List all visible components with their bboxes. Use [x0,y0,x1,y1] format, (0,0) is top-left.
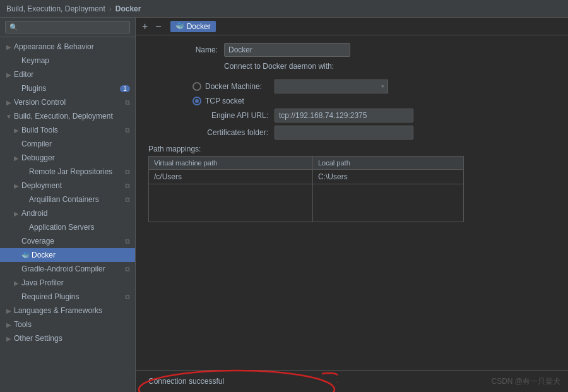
docker-icon: 🐳 [21,252,29,259]
breadcrumb-docker: Docker [115,4,141,13]
copy-icon-required-plugins: ⧉ [125,293,130,301]
sidebar-label-version-control: Version Control [14,98,66,107]
sidebar-item-editor[interactable]: Editor [0,68,135,81]
expand-arrow-android [13,210,20,217]
breadcrumb: Build, Execution, Deployment › Docker [6,4,141,13]
connect-label: Connect to Docker daemon with: [224,62,334,71]
expand-arrow-languages [5,307,13,314]
sidebar-item-java-profiler[interactable]: Java Profiler [0,276,135,290]
sidebar-item-build-exec[interactable]: Build, Execution, Deployment [0,109,135,123]
sidebar: Appearance & Behavior Keymap Editor Plug… [0,18,136,392]
sidebar-item-languages[interactable]: Languages & Frameworks [0,304,135,318]
expand-arrow-version-control [5,98,13,106]
sidebar-item-deployment[interactable]: Deployment ⧉ [0,179,135,193]
engine-api-row: Engine API URL: [148,109,555,122]
sidebar-item-compiler[interactable]: Compiler [0,137,135,151]
copy-icon-coverage: ⧉ [125,237,130,246]
sidebar-item-keymap[interactable]: Keymap [0,54,135,68]
docker-machine-row: Docker Machine: [148,80,555,93]
vm-path-cell: /c/Users [149,170,313,184]
sidebar-label-java-profiler: Java Profiler [21,278,64,287]
connection-oval-wrapper: Connection successful [148,377,224,386]
docker-machine-label: Docker Machine: [205,82,275,91]
mappings-table: Virtual machine path Local path /c/Users… [148,156,464,222]
expand-arrow-build-tools [13,126,20,134]
tcp-socket-row: TCP socket [148,97,555,105]
sidebar-label-appearance: Appearance & Behavior [14,42,94,51]
sidebar-item-other-settings[interactable]: Other Settings [0,331,135,345]
expand-arrow-other-settings [5,335,13,342]
sidebar-item-debugger[interactable]: Debugger [0,151,135,165]
search-box[interactable] [0,18,135,37]
sidebar-label-languages: Languages & Frameworks [14,306,102,315]
sidebar-label-remote-jar: Remote Jar Repositories [29,167,112,176]
sidebar-label-build-tools: Build Tools [21,126,58,134]
connect-label-row: Connect to Docker daemon with: [148,62,555,74]
sidebar-item-plugins[interactable]: Plugins 1 [0,81,135,95]
docker-machine-radio[interactable] [192,82,201,91]
engine-api-input[interactable] [275,109,413,122]
certificates-row: Certificates folder: [148,126,555,140]
breadcrumb-build: Build, Execution, Deployment [6,4,105,13]
expand-arrow-java-profiler [13,279,20,287]
sidebar-item-docker[interactable]: 🐳 Docker [0,248,135,262]
copy-icon-remote-jar: ⧉ [125,168,130,176]
path-mappings-label: Path mappings: [148,145,555,153]
add-button[interactable]: + [141,21,149,32]
copy-icon-version-control: ⧉ [125,98,130,107]
table-row: /c/Users C:\Users [149,170,464,184]
expand-arrow-debugger [13,154,20,162]
tcp-socket-radio[interactable] [192,97,201,105]
remove-button[interactable]: − [154,21,162,32]
copy-icon-deployment: ⧉ [125,182,130,190]
sidebar-label-required-plugins: Required Plugins [21,292,79,301]
docker-machine-select[interactable] [275,80,388,93]
name-label: Name: [148,45,224,54]
expand-arrow-appearance [5,43,13,50]
copy-icon-arquillian: ⧉ [125,196,130,204]
sidebar-label-coverage: Coverage [21,237,54,246]
name-row: Name: [148,43,555,57]
sidebar-label-plugins: Plugins [21,84,46,93]
sidebar-item-android[interactable]: Android [0,206,135,220]
sidebar-label-build-exec: Build, Execution, Deployment [14,112,113,121]
name-input[interactable] [224,43,350,57]
plugins-badge: 1 [120,85,130,92]
table-empty-row [149,184,464,222]
sidebar-item-appearance[interactable]: Appearance & Behavior [0,40,135,54]
docker-list-icon: 🐳 [175,22,184,30]
sidebar-item-remote-jar[interactable]: Remote Jar Repositories ⧉ [0,165,135,179]
sidebar-label-app-servers: Application Servers [29,223,94,232]
sidebar-label-android: Android [21,209,47,218]
sidebar-label-tools: Tools [14,320,32,329]
sidebar-label-keymap: Keymap [21,56,49,65]
sidebar-label-other-settings: Other Settings [14,334,62,343]
connection-status-text: Connection successful [148,377,224,386]
search-input[interactable] [5,21,130,33]
sidebar-label-editor: Editor [14,70,33,79]
expand-arrow-tools [5,321,13,328]
sidebar-item-build-tools[interactable]: Build Tools ⧉ [0,123,135,137]
watermark: CSDN @有一只柴犬 [491,376,560,387]
copy-icon-build-tools: ⧉ [125,126,130,134]
sidebar-item-arquillian[interactable]: Arquillian Containers ⧉ [0,193,135,206]
copy-icon-gradle-android: ⧉ [125,265,130,273]
sidebar-item-required-plugins[interactable]: Required Plugins ⧉ [0,290,135,304]
expand-arrow-editor [5,71,13,78]
empty-cell-1 [149,184,313,222]
panel-toolbar: + − 🐳 Docker [136,18,568,35]
sidebar-item-tools[interactable]: Tools [0,318,135,331]
sidebar-item-gradle-android[interactable]: Gradle-Android Compiler ⧉ [0,262,135,276]
expand-arrow-deployment [13,182,20,189]
docker-machine-select-wrapper [275,80,388,93]
form-area: Name: Connect to Docker daemon with: Doc… [136,35,568,370]
sidebar-item-coverage[interactable]: Coverage ⧉ [0,234,135,248]
certificates-input[interactable] [275,126,413,140]
sidebar-item-app-servers[interactable]: Application Servers [0,220,135,234]
sidebar-label-deployment: Deployment [21,181,62,190]
connect-section: Connect to Docker daemon with: Docker Ma… [148,62,555,140]
sidebar-item-version-control[interactable]: Version Control ⧉ [0,95,135,109]
sidebar-label-arquillian: Arquillian Containers [29,195,99,204]
expand-arrow-build-exec [5,112,13,120]
main-content: Appearance & Behavior Keymap Editor Plug… [0,18,568,392]
